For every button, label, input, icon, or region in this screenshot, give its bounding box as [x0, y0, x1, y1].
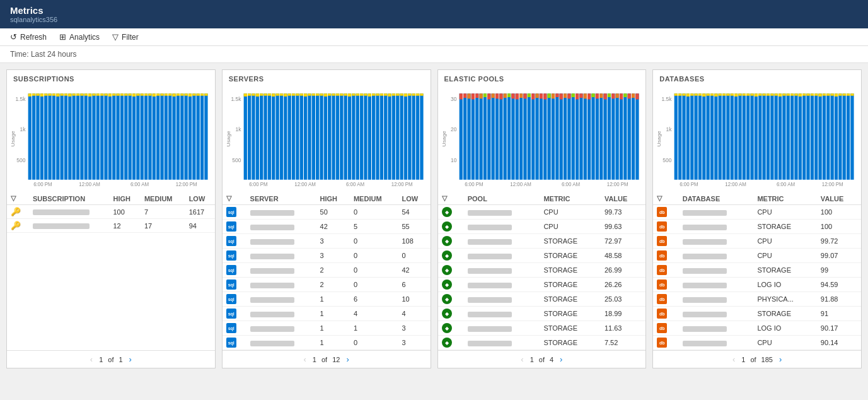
svg-rect-23: [68, 93, 71, 180]
prev-page-button[interactable]: ‹: [519, 355, 524, 364]
svg-rect-48: [116, 93, 119, 95]
table-row[interactable]: ◆ STORAGE 7.52: [438, 336, 646, 350]
next-page-button[interactable]: ›: [128, 355, 133, 364]
svg-rect-8: [36, 93, 39, 95]
svg-text:6:00 PM: 6:00 PM: [680, 181, 698, 187]
table-row[interactable]: db LOG IO 94.59: [653, 278, 861, 292]
table-row[interactable]: ◆ STORAGE 18.99: [438, 307, 646, 321]
table-row[interactable]: sql 1 0 3: [223, 336, 431, 350]
svg-rect-51: [124, 93, 127, 180]
pool-col-filter[interactable]: ▽: [438, 192, 464, 205]
svg-rect-75: [172, 93, 175, 180]
svg-rect-331: [743, 93, 746, 180]
svg-rect-166: [372, 93, 375, 95]
table-row[interactable]: ◆ CPU 99.73: [438, 205, 646, 220]
svg-rect-277: [615, 93, 618, 180]
svg-rect-43: [108, 93, 112, 180]
svg-rect-234: [527, 93, 530, 97]
svg-rect-361: [802, 93, 806, 180]
svg-rect-123: [287, 93, 291, 180]
server-icon: sql: [226, 294, 236, 304]
db-col-filter[interactable]: ▽: [653, 192, 679, 205]
table-row[interactable]: db PHYSICA... 91.88: [653, 292, 861, 307]
table-row[interactable]: sql 2 0 6: [223, 278, 431, 292]
table-row[interactable]: db CPU 100: [653, 205, 861, 220]
svg-rect-202: [463, 93, 466, 98]
svg-rect-81: [185, 93, 188, 180]
table-row[interactable]: ◆ STORAGE 26.99: [438, 263, 646, 278]
svg-rect-167: [376, 93, 379, 180]
prev-page-button[interactable]: ‹: [731, 355, 736, 364]
table-row[interactable]: ◆ STORAGE 11.63: [438, 321, 646, 336]
svg-rect-118: [275, 93, 279, 95]
svg-rect-219: [499, 93, 502, 180]
svg-rect-236: [531, 93, 535, 99]
table-row[interactable]: db STORAGE 100: [653, 220, 861, 234]
table-row[interactable]: ◆ STORAGE 72.97: [438, 234, 646, 249]
elastic-pools-title: ELASTIC POOLS: [438, 70, 646, 85]
svg-rect-158: [356, 93, 359, 95]
svg-rect-259: [579, 93, 582, 180]
srv-col-filter[interactable]: ▽: [223, 192, 246, 205]
table-row[interactable]: sql 2 0 42: [223, 263, 431, 278]
svg-rect-87: [197, 93, 200, 180]
svg-rect-233: [527, 93, 530, 180]
svg-rect-221: [503, 93, 506, 180]
table-row[interactable]: db STORAGE 91: [653, 307, 861, 321]
table-row[interactable]: 🔑 12 17 94: [7, 219, 215, 233]
svg-rect-351: [782, 93, 785, 180]
svg-rect-342: [763, 93, 766, 95]
table-row[interactable]: sql 50 0 54: [223, 205, 431, 220]
table-row[interactable]: db STORAGE 99: [653, 263, 861, 278]
svg-text:Usage: Usage: [226, 131, 232, 146]
next-page-button[interactable]: ›: [558, 355, 564, 364]
svg-rect-179: [400, 93, 403, 180]
table-row[interactable]: sql 3 0 0: [223, 249, 431, 263]
svg-rect-223: [507, 93, 510, 180]
svg-rect-211: [483, 93, 486, 180]
table-row[interactable]: db LOG IO 90.17: [653, 321, 861, 336]
svg-rect-88: [197, 93, 200, 95]
next-page-button[interactable]: ›: [345, 355, 350, 364]
table-row[interactable]: ◆ CPU 99.63: [438, 220, 646, 234]
svg-rect-370: [819, 93, 822, 97]
table-row[interactable]: db CPU 99.07: [653, 249, 861, 263]
svg-rect-206: [471, 93, 474, 99]
svg-rect-121: [284, 93, 287, 180]
server-name: [250, 341, 294, 346]
svg-rect-324: [727, 93, 730, 95]
prev-page-button[interactable]: ‹: [89, 355, 94, 364]
table-row[interactable]: sql 3 0 108: [223, 234, 431, 249]
table-row[interactable]: sql 1 1 3: [223, 321, 431, 336]
svg-rect-57: [136, 93, 139, 180]
database-icon: db: [657, 265, 667, 275]
prev-page-button[interactable]: ‹: [303, 355, 308, 364]
next-page-button[interactable]: ›: [778, 355, 783, 364]
table-row[interactable]: 🔑 100 7 1617: [7, 205, 215, 219]
table-row[interactable]: sql 1 4 4: [223, 307, 431, 321]
svg-rect-375: [831, 93, 834, 180]
svg-rect-320: [719, 93, 722, 95]
svg-rect-232: [523, 93, 526, 98]
refresh-button[interactable]: ↺ Refresh: [10, 32, 47, 42]
table-row[interactable]: ◆ STORAGE 26.26: [438, 278, 646, 292]
table-row[interactable]: ◆ STORAGE 48.58: [438, 249, 646, 263]
server-name: [250, 326, 294, 332]
table-row[interactable]: ◆ STORAGE 25.03: [438, 292, 646, 307]
svg-text:1.5k: 1.5k: [15, 95, 26, 102]
table-row[interactable]: sql 42 5 55: [223, 220, 431, 234]
svg-rect-84: [188, 93, 192, 97]
filter-button[interactable]: ▽ Filter: [112, 32, 139, 42]
table-row[interactable]: db CPU 99.72: [653, 234, 861, 249]
svg-rect-125: [292, 93, 295, 180]
sub-col-filter[interactable]: ▽: [7, 192, 29, 205]
svg-rect-59: [141, 93, 144, 180]
table-row[interactable]: db CPU 90.14: [653, 336, 861, 350]
analytics-button[interactable]: ⊞ Analytics: [59, 32, 100, 42]
svg-rect-308: [695, 93, 698, 95]
pool-name: [468, 210, 512, 216]
svg-text:6:00 PM: 6:00 PM: [33, 181, 52, 187]
svg-rect-46: [112, 93, 115, 95]
table-row[interactable]: sql 1 6 10: [223, 292, 431, 307]
pool-name: [468, 254, 512, 259]
